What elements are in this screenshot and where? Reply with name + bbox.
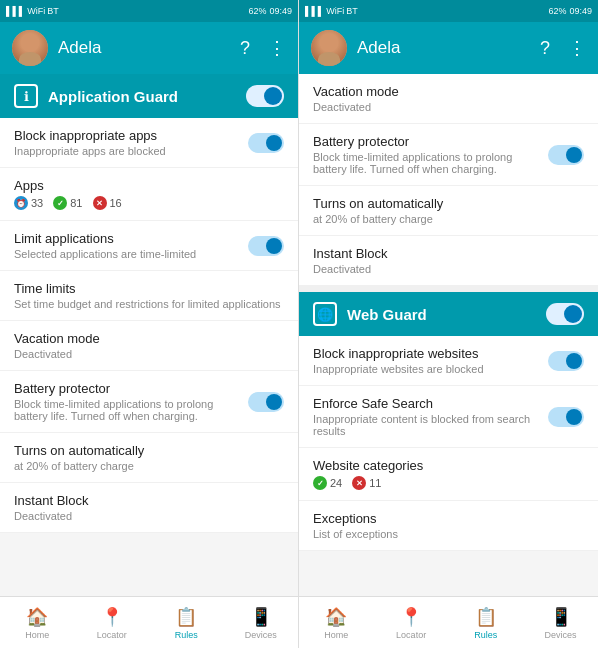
block-apps-toggle[interactable]	[248, 133, 284, 153]
vacation-mode-subtitle-right: Deactivated	[313, 101, 584, 113]
limit-apps-subtitle: Selected applications are time-limited	[14, 248, 248, 260]
right-panel: ▌▌▌ WiFi BT 62% 09:49 Adela ? ⋮ Vacation…	[299, 0, 598, 648]
web-guard-icon: 🌐	[313, 302, 337, 326]
website-badge-green: ✓ 24	[313, 476, 342, 490]
more-icon-left[interactable]: ⋮	[268, 37, 286, 59]
nav-home-right[interactable]: 🏠 Home	[299, 597, 374, 648]
web-guard-title: Web Guard	[347, 306, 536, 323]
time-limits-item[interactable]: Time limits Set time budget and restrict…	[0, 271, 298, 321]
bottom-nav-right: 🏠 Home 📍 Locator 📋 Rules 📱 Devices	[299, 596, 598, 648]
exceptions-subtitle: List of exceptions	[313, 528, 584, 540]
turns-on-auto-subtitle-left: at 20% of battery charge	[14, 460, 284, 472]
web-guard-toggle[interactable]	[546, 303, 584, 325]
battery-protector-toggle-left[interactable]	[248, 392, 284, 412]
exceptions-item[interactable]: Exceptions List of exceptions	[299, 501, 598, 551]
battery-protector-item-right: Battery protector Block time-limited app…	[299, 124, 598, 186]
apps-badge-red: ✕ 16	[93, 196, 122, 210]
vacation-mode-item-left[interactable]: Vacation mode Deactivated	[0, 321, 298, 371]
nav-locator-left[interactable]: 📍 Locator	[75, 597, 150, 648]
battery-protector-item-left: Battery protector Block time-limited app…	[0, 371, 298, 433]
limit-apps-toggle[interactable]	[248, 236, 284, 256]
block-apps-subtitle: Inappropriate apps are blocked	[14, 145, 248, 157]
status-right-right: 62% 09:49	[548, 6, 592, 16]
instant-block-subtitle-right: Deactivated	[313, 263, 584, 275]
apps-title: Apps	[14, 178, 284, 193]
turns-on-auto-title-right: Turns on automatically	[313, 196, 584, 211]
safe-search-title: Enforce Safe Search	[313, 396, 548, 411]
apps-badge-green: ✓ 81	[53, 196, 82, 210]
instant-block-item-left[interactable]: Instant Block Deactivated	[0, 483, 298, 533]
instant-block-title-right: Instant Block	[313, 246, 584, 261]
turns-on-auto-title-left: Turns on automatically	[14, 443, 284, 458]
block-websites-item: Block inappropriate websites Inappropria…	[299, 336, 598, 386]
limit-apps-title: Limit applications	[14, 231, 248, 246]
header-right: Adela ? ⋮	[299, 22, 598, 74]
website-badge-red: ✕ 11	[352, 476, 381, 490]
vacation-mode-subtitle-left: Deactivated	[14, 348, 284, 360]
more-icon-right[interactable]: ⋮	[568, 37, 586, 59]
block-websites-title: Block inappropriate websites	[313, 346, 548, 361]
header-left: Adela ? ⋮	[0, 22, 298, 74]
website-badges-row: ✓ 24 ✕ 11	[313, 476, 584, 490]
avatar-left	[12, 30, 48, 66]
block-websites-subtitle: Inappropriate websites are blocked	[313, 363, 548, 375]
apps-item[interactable]: Apps ⏰ 33 ✓ 81 ✕ 16	[0, 168, 298, 221]
website-categories-title: Website categories	[313, 458, 584, 473]
nav-devices-left[interactable]: 📱 Devices	[224, 597, 299, 648]
nav-locator-label-left: Locator	[97, 630, 127, 640]
block-icon-web: ✕	[352, 476, 366, 490]
content-right: Vacation mode Deactivated Battery protec…	[299, 74, 598, 596]
apps-count-blue: 33	[31, 197, 43, 209]
vacation-mode-item-right[interactable]: Vacation mode Deactivated	[299, 74, 598, 124]
exceptions-title: Exceptions	[313, 511, 584, 526]
battery-level: 62%	[248, 6, 266, 16]
nav-home-left[interactable]: 🏠 Home	[0, 597, 75, 648]
battery-protector-toggle-right[interactable]	[548, 145, 584, 165]
status-right: 62% 09:49	[248, 6, 292, 16]
apps-badge-blue: ⏰ 33	[14, 196, 43, 210]
vacation-mode-title-left: Vacation mode	[14, 331, 284, 346]
time-display-right: 09:49	[569, 6, 592, 16]
wifi-icon-right: WiFi	[326, 6, 344, 16]
nav-home-label-left: Home	[25, 630, 49, 640]
app-guard-icon: ℹ	[14, 84, 38, 108]
battery-level-right: 62%	[548, 6, 566, 16]
block-websites-toggle[interactable]	[548, 351, 584, 371]
app-guard-toggle[interactable]	[246, 85, 284, 107]
nav-locator-label-right: Locator	[396, 630, 426, 640]
nav-rules-left[interactable]: 📋 Rules	[149, 597, 224, 648]
nav-devices-label-left: Devices	[245, 630, 277, 640]
nav-rules-right[interactable]: 📋 Rules	[449, 597, 524, 648]
website-categories-item[interactable]: Website categories ✓ 24 ✕ 11	[299, 448, 598, 501]
apps-badges-row: ⏰ 33 ✓ 81 ✕ 16	[14, 196, 284, 210]
app-guard-header: ℹ Application Guard	[0, 74, 298, 118]
battery-protector-title-right: Battery protector	[313, 134, 548, 149]
home-icon-left: 🏠	[26, 606, 48, 628]
status-left: ▌▌▌ WiFi BT	[6, 6, 59, 16]
limit-apps-item: Limit applications Selected applications…	[0, 221, 298, 271]
instant-block-subtitle-left: Deactivated	[14, 510, 284, 522]
nav-devices-right[interactable]: 📱 Devices	[523, 597, 598, 648]
safe-search-toggle[interactable]	[548, 407, 584, 427]
user-name-left: Adela	[58, 38, 222, 58]
safe-search-item: Enforce Safe Search Inappropriate conten…	[299, 386, 598, 448]
nav-rules-label-right: Rules	[474, 630, 497, 640]
bt-icon-right: BT	[346, 6, 358, 16]
rules-icon-right: 📋	[475, 606, 497, 628]
nav-locator-right[interactable]: 📍 Locator	[374, 597, 449, 648]
app-guard-title: Application Guard	[48, 88, 236, 105]
apps-count-red: 16	[110, 197, 122, 209]
turns-on-auto-item-right[interactable]: Turns on automatically at 20% of battery…	[299, 186, 598, 236]
battery-protector-subtitle-left: Block time-limited applications to prolo…	[14, 398, 248, 422]
status-bar-right: ▌▌▌ WiFi BT 62% 09:49	[299, 0, 598, 22]
help-icon-left[interactable]: ?	[240, 38, 250, 59]
time-display: 09:49	[269, 6, 292, 16]
vacation-mode-title-right: Vacation mode	[313, 84, 584, 99]
help-icon-right[interactable]: ?	[540, 38, 550, 59]
instant-block-item-right[interactable]: Instant Block Deactivated	[299, 236, 598, 286]
turns-on-auto-item-left[interactable]: Turns on automatically at 20% of battery…	[0, 433, 298, 483]
battery-protector-title-left: Battery protector	[14, 381, 248, 396]
block-apps-title: Block inappropriate apps	[14, 128, 248, 143]
check-icon: ✓	[53, 196, 67, 210]
content-left: ℹ Application Guard Block inappropriate …	[0, 74, 298, 596]
